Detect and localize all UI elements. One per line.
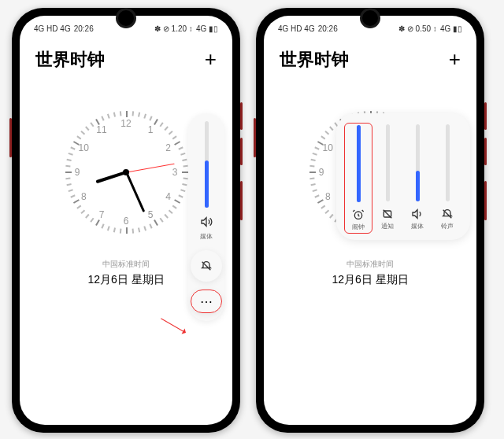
notify-volume-slider[interactable] <box>386 124 390 201</box>
phone-1: 4G HD 4G 20:26 ✽ ⊘ 1.20 ↕ 4G ▮▯ 世界时钟 + 1… <box>12 8 240 433</box>
content: 121234567891011 中国标准时间 12月6日 星期日 媒体 ⋯ <box>20 78 232 424</box>
status-time: 20:26 <box>74 24 94 33</box>
add-button[interactable]: + <box>449 47 461 72</box>
media-volume-slider[interactable] <box>416 124 420 201</box>
volume-down-button[interactable] <box>484 138 487 165</box>
alarm-volume-slider[interactable] <box>357 125 361 202</box>
notify-label: 通知 <box>381 222 394 231</box>
power-button[interactable] <box>9 118 12 157</box>
volume-up-button[interactable] <box>240 102 243 130</box>
screen: 4G HD 4G 20:26 ✽ ⊘ 1.20 ↕ 4G ▮▯ 世界时钟 + 1… <box>20 16 232 425</box>
status-bar: 4G HD 4G 20:26 ✽ ⊘ 1.20 ↕ 4G ▮▯ <box>20 19 232 38</box>
more-button[interactable]: ⋯ <box>191 290 222 313</box>
carrier-icons: 4G HD 4G <box>34 24 71 33</box>
battery-icon: 4G ▮▯ <box>440 24 462 33</box>
timezone-label: 中国标准时间 <box>264 259 476 270</box>
notify-volume-column: 通知 <box>373 124 402 232</box>
header: 世界时钟 + <box>264 38 476 78</box>
side-button[interactable] <box>484 181 487 220</box>
screen: 4G HD 4G 20:26 ✽ ⊘ 0.50 ↕ 4G ▮▯ 世界时钟 + 1… <box>264 16 476 425</box>
page-title: 世界时钟 <box>35 48 105 72</box>
ring-label: 铃声 <box>441 222 454 231</box>
media-volume-slider[interactable] <box>205 121 209 208</box>
alarm-label: 闹钟 <box>352 223 365 231</box>
ring-volume-column: 铃声 <box>433 124 461 232</box>
media-volume-column: 媒体 <box>403 124 432 232</box>
date-label: 12月6日 星期日 <box>264 273 476 287</box>
alarm-volume-column: 闹钟 <box>344 123 372 234</box>
mute-button[interactable] <box>191 250 222 282</box>
annotation-arrow <box>155 315 187 347</box>
content: 121234567891011 中国标准时间 12月6日 星期日 闹钟 通知 <box>264 78 476 424</box>
speaker-icon <box>200 216 213 231</box>
media-label: 媒体 <box>411 222 424 231</box>
analog-clock: 121234567891011 <box>63 109 189 235</box>
volume-panel-expanded: 闹钟 通知 媒体 铃声 <box>336 113 470 240</box>
ring-volume-slider[interactable] <box>446 124 450 201</box>
header: 世界时钟 + <box>20 38 232 78</box>
status-bar: 4G HD 4G 20:26 ✽ ⊘ 0.50 ↕ 4G ▮▯ <box>264 19 476 38</box>
volume-down-button[interactable] <box>240 138 243 165</box>
add-button[interactable]: + <box>205 47 217 72</box>
more-icon: ⋯ <box>200 294 213 309</box>
status-icons: ✽ ⊘ 1.20 ↕ <box>154 24 193 33</box>
phone-2: 4G HD 4G 20:26 ✽ ⊘ 0.50 ↕ 4G ▮▯ 世界时钟 + 1… <box>256 8 484 433</box>
power-button[interactable] <box>254 118 256 157</box>
status-time: 20:26 <box>318 24 338 33</box>
ring-off-icon <box>441 208 454 220</box>
page-title: 世界时钟 <box>280 48 349 72</box>
speaker-icon <box>411 208 424 220</box>
notify-off-icon <box>381 208 394 220</box>
volume-panel-compact: 媒体 ⋯ <box>188 113 224 321</box>
battery-icon: 4G ▮▯ <box>196 24 218 33</box>
media-label: 媒体 <box>200 232 213 241</box>
side-button[interactable] <box>240 181 243 220</box>
status-icons: ✽ ⊘ 0.50 ↕ <box>398 24 437 33</box>
carrier-icons: 4G HD 4G <box>278 24 315 33</box>
volume-up-button[interactable] <box>484 102 487 130</box>
alarm-icon <box>352 208 365 221</box>
